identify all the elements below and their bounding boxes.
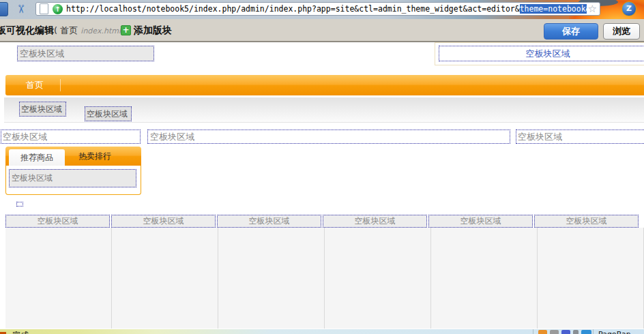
table-column (218, 228, 325, 329)
browser-partial-icon[interactable] (0, 2, 8, 16)
statusbar-addon-icon[interactable] (581, 330, 591, 334)
empty-block-strip-2[interactable]: 空板块区域 (85, 106, 132, 121)
nav-divider (60, 79, 61, 91)
tab-header: 推荐商品 热卖排行 (5, 147, 141, 166)
table-column (431, 228, 538, 329)
table-header-cell[interactable]: 空板块区域 (5, 215, 110, 228)
save-button[interactable]: 保存 (544, 23, 598, 40)
sub-nav-strip: 空板块区域 空板块区域 (4, 97, 644, 123)
status-separator (533, 329, 533, 334)
statusbar-addon-icon[interactable] (561, 330, 570, 334)
empty-block-top-right[interactable]: 空板块区域 (439, 46, 644, 61)
page-title-paren-open: ( 首页 (54, 25, 80, 35)
table-column (5, 228, 112, 329)
page-title: 板可视化编辑( 首页 index.html ) (0, 25, 127, 37)
empty-block-collapsed[interactable] (16, 202, 23, 207)
table-header-cell[interactable]: 空板块区域 (534, 215, 639, 228)
browser-status-bar: 完成 PageRan (0, 329, 644, 334)
tab-recommended-products[interactable]: 推荐商品 (9, 149, 65, 166)
addon-badge-icon[interactable]: Z (621, 1, 636, 16)
tab-body: 空板块区域 (5, 166, 141, 195)
statusbar-addon-icon[interactable] (538, 330, 547, 334)
page-favicon-icon (40, 3, 48, 14)
table-header-cell[interactable]: 空板块区域 (323, 215, 427, 228)
page-title-filename: index.html (80, 27, 121, 35)
empty-block-top-left[interactable]: 空板块区域 (17, 46, 154, 61)
table-column (112, 228, 218, 329)
browser-toolbar: ✂ ↑ http://localhost/notebook5/index.php… (0, 0, 644, 19)
site-identity-icon[interactable]: ↑ (53, 4, 63, 14)
empty-block-row-middle[interactable]: 空板块区域 (147, 130, 510, 144)
tab-widget: 推荐商品 热卖排行 空板块区域 (5, 147, 141, 196)
address-bar[interactable]: ↑ http://localhost/notebook5/index.php/a… (35, 2, 600, 16)
tab-hot-ranking[interactable]: 热卖排行 (68, 147, 121, 166)
cut-icon[interactable]: ✂ (14, 4, 28, 14)
pagerank-addon-label[interactable]: PageRan (598, 330, 631, 334)
empty-block-strip-1[interactable]: 空板块区域 (19, 102, 66, 117)
status-separator (593, 329, 594, 334)
table-body (5, 228, 644, 329)
add-icon[interactable]: + (121, 25, 131, 35)
statusbar-addon-icon[interactable] (550, 330, 559, 334)
table-column (538, 228, 644, 329)
add-block-button[interactable]: 添加版块 (134, 25, 172, 37)
table-header-cell[interactable]: 空板块区域 (217, 215, 321, 228)
table-header-row: 空板块区域 空板块区域 空板块区域 空板块区域 空板块区域 空板块区域 (5, 215, 639, 228)
empty-block-row-left[interactable]: 空板块区域 (1, 130, 141, 144)
url-text[interactable]: http://localhost/notebook5/index.php/adm… (66, 4, 587, 14)
browse-button[interactable]: 浏览 (603, 23, 640, 40)
table-column (325, 228, 431, 329)
statusbar-addon-icon[interactable] (573, 330, 579, 334)
page-title-main: 板可视化编辑 (0, 25, 54, 35)
table-header-cell[interactable]: 空板块区域 (428, 215, 533, 228)
empty-block-tab-content[interactable]: 空板块区域 (9, 169, 136, 187)
bookmark-star-icon[interactable]: ☆ (588, 3, 597, 15)
site-nav-bar: 首页 (5, 75, 644, 95)
screenshot-root: ✂ ↑ http://localhost/notebook5/index.php… (0, 0, 644, 334)
nav-home-link[interactable]: 首页 (26, 75, 44, 95)
url-unselected: http://localhost/notebook5/index.php/adm… (66, 4, 520, 14)
top-right-container: 空板块区域 (435, 42, 644, 65)
table-header-cell[interactable]: 空板块区域 (111, 215, 216, 228)
editor-toolbar: 板可视化编辑( 首页 index.html ) + 添加版块 保存 浏览 (0, 19, 644, 42)
status-done-label: 完成 (12, 330, 29, 334)
empty-block-row-right[interactable]: 空板块区域 (516, 130, 644, 144)
url-selected-text: theme=notebook&fi (520, 4, 587, 14)
